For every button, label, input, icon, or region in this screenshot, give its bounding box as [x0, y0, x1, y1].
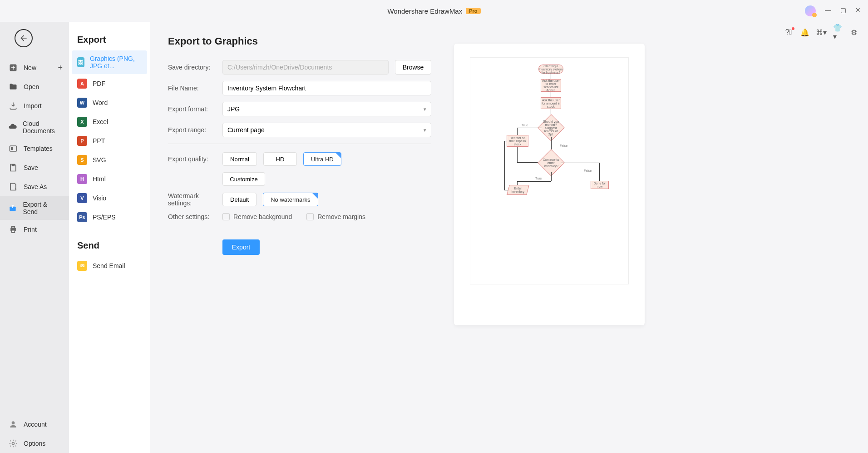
format-excel-label: Excel [93, 118, 108, 125]
print-icon [8, 224, 18, 234]
shirt-icon[interactable]: 👕▾ [833, 28, 842, 36]
format-excel[interactable]: X Excel [69, 112, 150, 131]
close-icon[interactable]: ✕ [855, 6, 861, 14]
save-icon [8, 163, 18, 173]
format-select[interactable]: JPG [222, 102, 431, 116]
back-button[interactable] [15, 29, 33, 47]
nav-options[interactable]: Options [0, 434, 69, 453]
svg-rect-6 [12, 226, 15, 228]
ppt-icon: P [77, 136, 87, 146]
send-heading: Send [69, 236, 150, 256]
nav-templates[interactable]: Templates [0, 139, 69, 158]
browse-button[interactable]: Browse [395, 60, 431, 75]
format-graphics[interactable]: 🖼 Graphics (PNG, JPG et... [72, 50, 147, 74]
bell-icon[interactable]: 🔔 [801, 28, 809, 36]
fc-label-true1: True [522, 124, 528, 127]
remove-bg-checkbox[interactable]: Remove background [222, 213, 292, 220]
fc-node-7: Enter inventory [507, 185, 529, 195]
nav-account[interactable]: Account [0, 415, 69, 434]
pro-badge: Pro [466, 8, 480, 14]
watermark-none-button[interactable]: No watermarks [263, 193, 318, 206]
quality-normal-button[interactable]: Normal [222, 152, 257, 166]
pseps-icon: Ps [77, 212, 87, 222]
nav-cloud[interactable]: Cloud Documents [0, 115, 69, 139]
toolbar-right: ?⃝ 🔔 ⌘▾ 👕▾ ⚙ [784, 28, 858, 36]
maximize-icon[interactable]: ▢ [840, 6, 846, 14]
nav-open[interactable]: Open [0, 77, 69, 96]
filename-label: File Name: [168, 85, 222, 92]
format-list: Export 🖼 Graphics (PNG, JPG et... A PDF … [69, 22, 150, 453]
format-pdf[interactable]: A PDF [69, 74, 150, 93]
nav-options-label: Options [24, 440, 45, 447]
nav-print[interactable]: Print [0, 220, 69, 239]
format-svg-label: SVG [93, 156, 106, 164]
format-html[interactable]: H Html [69, 169, 150, 189]
app-title: Wondershare EdrawMax [387, 7, 462, 15]
quality-label: Export quality: [168, 155, 222, 163]
customize-button[interactable]: Customize [222, 172, 265, 186]
range-select[interactable]: Current page [222, 123, 431, 137]
format-svg[interactable]: S SVG [69, 150, 150, 169]
help-icon[interactable]: ?⃝ [784, 28, 793, 36]
mail-icon: ✉ [77, 261, 87, 271]
format-word-label: Word [93, 99, 108, 106]
fc-label-false1: False [560, 144, 567, 147]
title-bar: Wondershare EdrawMax Pro — ▢ ✕ [0, 0, 868, 22]
templates-icon [8, 144, 18, 154]
range-label: Export range: [168, 126, 222, 134]
quality-ultra-button[interactable]: Ultra HD [303, 152, 341, 166]
svg-icon: S [77, 155, 87, 165]
fc-label-true2: True [535, 177, 542, 180]
minimize-icon[interactable]: — [825, 6, 831, 14]
nav-open-label: Open [24, 83, 39, 90]
savedir-label: Save directory: [168, 64, 222, 71]
format-ppt-label: PPT [93, 137, 105, 144]
filename-input[interactable] [222, 81, 431, 95]
format-pseps[interactable]: Ps PS/EPS [69, 208, 150, 227]
quality-hd-button[interactable]: HD [263, 152, 297, 166]
format-word[interactable]: W Word [69, 93, 150, 112]
svg-rect-7 [12, 230, 15, 233]
nav-save[interactable]: Save [0, 158, 69, 177]
export-heading: Export [69, 30, 150, 50]
format-visio-label: Visio [93, 194, 106, 202]
nav-saveas[interactable]: Save As [0, 177, 69, 196]
nav-exportsend[interactable]: Export & Send [0, 196, 69, 220]
gear-icon[interactable]: ⚙ [850, 28, 858, 36]
svg-rect-3 [12, 164, 15, 166]
format-visio[interactable]: V Visio [69, 189, 150, 208]
download-icon [8, 101, 18, 111]
format-pdf-label: PDF [93, 80, 105, 87]
format-graphics-label: Graphics (PNG, JPG et... [90, 55, 142, 70]
savedir-input[interactable] [222, 60, 389, 75]
send-email[interactable]: ✉ Send Email [69, 256, 150, 275]
export-button[interactable]: Export [222, 239, 260, 255]
folder-icon [8, 82, 18, 92]
send-email-label: Send Email [93, 262, 125, 269]
avatar-icon[interactable] [805, 5, 816, 16]
nav-templates-label: Templates [24, 145, 53, 152]
preview-page: Creating a inventory system for business… [470, 57, 629, 284]
nav-new[interactable]: New + [0, 58, 69, 77]
format-label: Export format: [168, 105, 222, 113]
watermark-label: Watermark settings: [168, 192, 222, 207]
fc-node-2: Ask the user to enter service/list &pric… [541, 79, 561, 92]
nav-import[interactable]: Import [0, 96, 69, 115]
nav-account-label: Account [24, 421, 47, 428]
watermark-default-button[interactable]: Default [222, 193, 256, 206]
grid-icon[interactable]: ⌘▾ [817, 28, 825, 36]
fc-node-5: Reorder so that 10pc in stock [507, 135, 528, 147]
nav-import-label: Import [24, 102, 42, 110]
nav-saveas-label: Save As [24, 183, 47, 190]
fc-node-start: Creating a inventory system for business… [538, 65, 563, 74]
svg-rect-1 [10, 146, 17, 151]
plus-square-icon [8, 63, 18, 73]
add-icon[interactable]: + [58, 63, 63, 73]
svg-point-8 [12, 421, 15, 424]
remove-margins-checkbox[interactable]: Remove margins [306, 213, 365, 220]
word-icon: W [77, 98, 87, 108]
gear-icon [8, 438, 18, 448]
format-ppt[interactable]: P PPT [69, 131, 150, 150]
fc-label-false2: False [584, 169, 592, 172]
image-icon: 🖼 [77, 57, 84, 67]
